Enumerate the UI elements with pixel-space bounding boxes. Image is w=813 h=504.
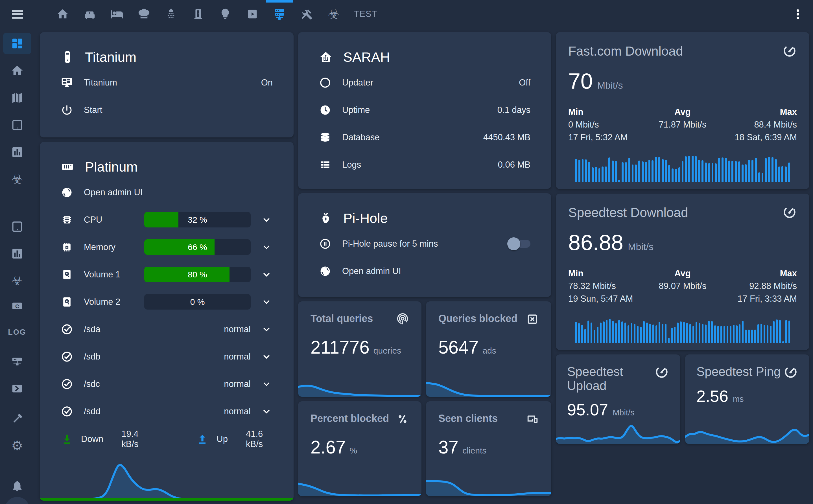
sidebar-item-console[interactable] [11, 382, 24, 395]
meter-row-volume-2[interactable]: Volume 2 0 % [40, 288, 293, 315]
tab-server[interactable] [266, 0, 293, 28]
tab-test[interactable]: TEST [347, 0, 384, 28]
disk-row-sdd[interactable]: /sdd normal [40, 398, 293, 425]
sidebar-item-notifications[interactable] [11, 479, 24, 492]
chevron-down-icon[interactable] [260, 350, 273, 363]
letter-c-box-icon: C [11, 299, 24, 312]
bar-chart-icon [11, 146, 24, 159]
tab-bedroom[interactable] [103, 0, 130, 28]
entity-row-updater[interactable]: Updater Off [298, 69, 551, 96]
cpu-meter: 32 % [144, 212, 251, 227]
memory-meter: 66 % [144, 239, 251, 255]
svg-text:C: C [15, 303, 19, 309]
pihole-stats-row-1: Total queries 211776 queries Queries blo… [298, 301, 551, 397]
sidebar-item-log[interactable]: LOG [8, 328, 26, 337]
sidebar-item-tablet-2[interactable] [11, 220, 24, 233]
server-network-icon [273, 8, 286, 21]
disk-row-sda[interactable]: /sda normal [40, 315, 293, 343]
entity-row-uptime[interactable]: Uptime 0.1 days [298, 96, 551, 124]
card-header: SARAH [298, 32, 551, 69]
tab-living-room[interactable] [76, 0, 103, 28]
chevron-down-icon[interactable] [260, 405, 273, 418]
hammer-icon [11, 412, 24, 425]
stat-value: 37 [439, 437, 459, 458]
sidebar-item-stats-2[interactable] [11, 247, 24, 260]
tower-pc-icon [61, 50, 74, 64]
chevron-down-icon[interactable] [260, 241, 273, 253]
meter-row-cpu[interactable]: CPU 32 % [40, 206, 293, 233]
tab-bathroom[interactable] [157, 0, 185, 28]
tab-hallway[interactable] [185, 0, 212, 28]
meter-row-memory[interactable]: Memory 66 % [40, 233, 293, 261]
overflow-menu-icon[interactable] [790, 6, 806, 22]
menu-icon[interactable] [11, 8, 24, 20]
concentric-rings-icon [396, 313, 409, 326]
card-header: Pi-Hole [298, 193, 551, 230]
sidebar-item-map[interactable] [11, 91, 24, 104]
tab-home[interactable] [49, 0, 76, 28]
max-label: Max [721, 268, 797, 279]
entity-row-logs[interactable]: Logs 0.06 MB [298, 151, 551, 178]
sidebar-item-c-lang[interactable]: C [11, 299, 24, 312]
sidebar-item-tablet[interactable] [11, 119, 24, 132]
stat-title: Seen clients [439, 413, 498, 424]
sidebar-item-developer-tools[interactable] [11, 412, 24, 425]
pi-hole-icon [319, 211, 332, 225]
biohazard-icon: ☣ [11, 274, 23, 287]
entity-row-admin-ui[interactable]: Open admin UI [40, 179, 293, 206]
entity-row-titanium[interactable]: Titanium On [40, 69, 293, 96]
pihole-pause-toggle[interactable] [509, 240, 531, 248]
card-seen-clients: Seen clients 37 clients [426, 401, 551, 496]
upload-history-chart [556, 404, 680, 444]
sofa-icon [83, 8, 96, 21]
list-icon [319, 159, 331, 171]
card-titanium: Titanium Titanium On Start [40, 32, 293, 137]
speed-unit: Mbit/s [597, 80, 623, 91]
sidebar-item-settings[interactable]: ⚙ [11, 439, 23, 452]
chevron-down-icon[interactable] [260, 378, 273, 390]
stat-title: Total queries [310, 313, 373, 325]
entity-row-pihole-admin[interactable]: Open admin UI [298, 257, 551, 285]
gauge-icon [782, 43, 797, 58]
min-label: Min [568, 107, 645, 117]
chevron-down-icon[interactable] [260, 214, 273, 226]
chevron-down-icon[interactable] [260, 323, 273, 336]
chevron-down-icon[interactable] [260, 268, 273, 281]
tab-media[interactable] [239, 0, 266, 28]
card-title: Titanium [85, 49, 136, 65]
entity-row-start[interactable]: Start [40, 96, 293, 124]
gauge-icon [782, 205, 797, 220]
entity-row-database[interactable]: Database 4450.43 MB [298, 124, 551, 151]
chevron-down-icon[interactable] [260, 296, 273, 308]
sidebar-item-stats[interactable] [11, 146, 24, 159]
sidebar-item-home[interactable] [11, 64, 24, 77]
max-date: 18 Sat, 6:39 AM [721, 132, 797, 143]
download-history-bars [575, 314, 790, 343]
tab-lights[interactable] [212, 0, 239, 28]
entity-label: Open admin UI [84, 187, 143, 198]
min-avg-max: Min 0 Mbit/s 17 Fri, 5:32 AM Avg 71.87 M… [568, 107, 797, 143]
card-total-queries: Total queries 211776 queries [298, 301, 422, 397]
check-circle-icon [61, 405, 73, 418]
meter-value: 66 % [188, 242, 207, 252]
upload-value: 41.6 kB/s [246, 429, 273, 449]
entity-label: Open admin UI [342, 266, 401, 276]
tab-biohazard[interactable]: ☣ [320, 0, 347, 28]
tab-tools[interactable] [293, 0, 320, 28]
stat-title: Percent blocked [310, 413, 389, 424]
card-speedtest-ping: Speedtest Ping 2.56 ms [685, 354, 809, 444]
sidebar-item-biohazard[interactable]: ☣ [11, 173, 23, 186]
disk-row-sdb[interactable]: /sdb normal [40, 343, 293, 370]
stat-sparkline [426, 465, 551, 496]
user-avatar[interactable]: GG [5, 497, 30, 504]
bell-icon [11, 479, 24, 492]
sidebar-item-server-network[interactable] [11, 356, 24, 369]
meter-row-volume-1[interactable]: Volume 1 80 % [40, 261, 293, 288]
stat-sparkline [298, 465, 422, 496]
disk-status: normal [224, 352, 251, 362]
sidebar-item-dashboard[interactable] [3, 33, 31, 54]
tab-kitchen[interactable] [130, 0, 157, 28]
disk-row-sdc[interactable]: /sdc normal [40, 370, 293, 398]
sidebar-item-biohazard-2[interactable]: ☣ [11, 274, 23, 287]
card-pihole: Pi-Hole Pi-Hole pause for 5 mins Open ad… [298, 193, 551, 297]
